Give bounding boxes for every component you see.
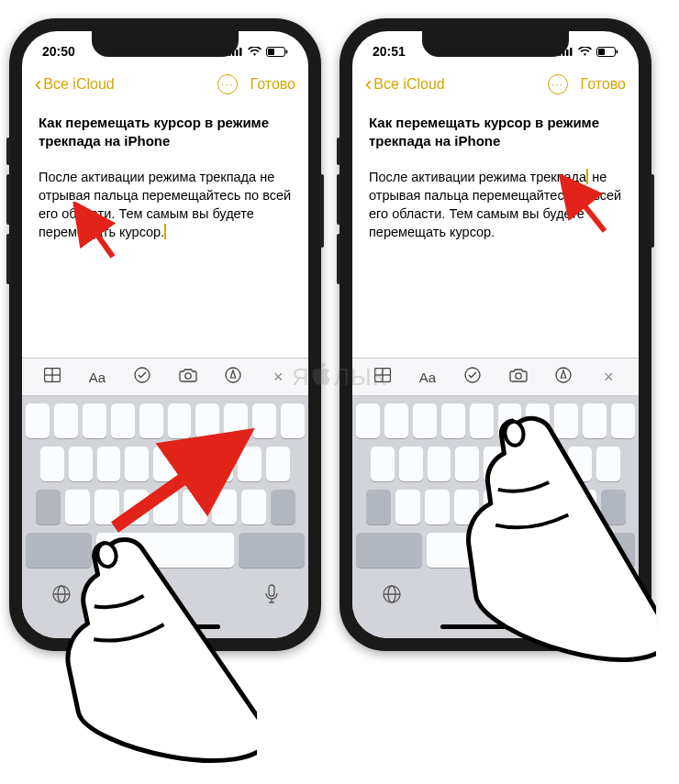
back-button[interactable]: ‹ Все iCloud [365,74,445,94]
table-icon[interactable] [40,368,64,386]
power-button [651,174,654,248]
svg-point-41 [504,421,525,447]
volume-down [337,234,340,284]
mic-icon[interactable] [264,584,279,609]
done-button[interactable]: Готово [250,76,295,93]
note-title: Как перемещать курсор в режиме трекпада … [39,114,292,151]
svg-rect-18 [269,585,274,596]
mute-switch [6,138,10,165]
checklist-icon[interactable] [130,367,154,387]
back-label: Все iCloud [373,76,444,93]
annotation-arrow-cursor [72,202,127,266]
svg-rect-6 [286,50,288,53]
svg-rect-2 [236,50,239,56]
svg-rect-24 [570,48,573,56]
svg-point-34 [515,373,520,379]
camera-icon[interactable] [176,368,200,386]
svg-rect-26 [598,49,605,55]
hand-illustration-left [37,495,257,770]
note-editor[interactable]: Как перемещать курсор в режиме трекпада … [352,103,639,358]
svg-rect-23 [566,50,569,56]
volume-up [6,174,10,225]
svg-line-8 [79,209,113,257]
notch [422,31,569,57]
markup-icon[interactable] [221,367,245,387]
wifi-icon [248,47,262,57]
notch [92,31,239,57]
battery-icon [596,47,618,57]
volume-up [337,174,340,225]
status-indicators [559,47,618,57]
table-icon[interactable] [371,368,395,386]
nav-bar: ‹ Все iCloud ··· Готово [22,66,308,103]
mute-switch [337,138,340,165]
back-label: Все iCloud [43,76,114,93]
hand-illustration-right [436,381,656,674]
text-cursor [164,224,166,239]
svg-rect-27 [617,50,618,53]
chevron-left-icon: ‹ [365,74,372,94]
more-menu-icon[interactable]: ··· [217,74,238,94]
status-indicators [228,47,288,57]
note-toolbar: Aa × [22,358,308,396]
status-time: 20:51 [373,44,406,59]
back-button[interactable]: ‹ Все iCloud [35,74,115,94]
done-button[interactable]: Готово [581,76,626,93]
close-icon[interactable]: × [266,368,290,387]
note-title: Как перемещать курсор в режиме трекпада … [369,114,622,151]
volume-down [6,234,10,284]
svg-rect-5 [268,49,274,55]
status-time: 20:50 [42,44,75,59]
nav-bar: ‹ Все iCloud ··· Готово [352,66,639,103]
svg-point-13 [184,373,190,379]
wifi-icon [578,47,592,57]
battery-icon [266,47,288,57]
more-menu-icon[interactable]: ··· [548,74,568,94]
globe-icon[interactable] [382,584,402,609]
annotation-arrow-cursor [554,174,618,238]
chevron-left-icon: ‹ [35,74,41,94]
svg-line-29 [565,182,605,231]
note-editor[interactable]: Как перемещать курсор в режиме трекпада … [22,103,308,358]
svg-rect-3 [239,48,242,56]
power-button [320,174,324,248]
font-button[interactable]: Aa [85,370,109,385]
